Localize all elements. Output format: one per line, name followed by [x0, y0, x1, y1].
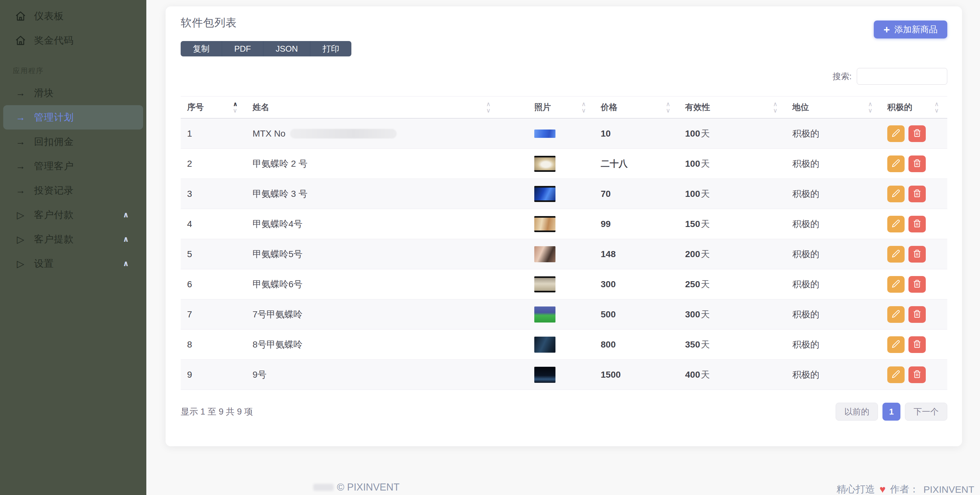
page-number-button[interactable]: 1 [883, 403, 900, 420]
sidebar-item[interactable]: →投资记录 [3, 178, 143, 203]
arrow-right-icon: → [14, 87, 27, 98]
edit-button[interactable] [887, 306, 905, 323]
arrow-right-icon: → [14, 160, 27, 171]
delete-button[interactable] [908, 336, 926, 353]
edit-button[interactable] [887, 125, 905, 142]
cell-price: 500 [594, 309, 679, 320]
play-outline-icon: ▷ [14, 258, 27, 269]
cell-photo [528, 186, 594, 202]
column-header[interactable]: 地位∧∨ [786, 101, 881, 114]
edit-button[interactable] [887, 216, 905, 232]
pencil-icon [892, 340, 900, 349]
pencil-icon [892, 370, 900, 379]
cell-photo [528, 156, 594, 172]
sort-asc-icon: ∧ [934, 101, 939, 107]
delete-button[interactable] [908, 246, 926, 263]
search-input[interactable] [857, 68, 947, 85]
footer-copyright: © PIXINVENT [313, 482, 399, 493]
cell-price: 二十八 [594, 158, 679, 170]
cell-price: 300 [594, 279, 679, 289]
delete-button[interactable] [908, 186, 926, 202]
validity-number: 100 [685, 189, 700, 199]
column-header[interactable]: 姓名∧∨ [246, 101, 528, 114]
validity-unit: 天 [701, 338, 710, 351]
add-product-button[interactable]: + 添加新商品 [874, 21, 947, 38]
cell-price: 70 [594, 189, 679, 199]
search-row: 搜索: [181, 68, 947, 85]
previous-page-button[interactable]: 以前的 [835, 403, 878, 420]
delete-button[interactable] [908, 216, 926, 232]
export-button[interactable]: 打印 [310, 41, 352, 56]
cell-status: 积极的 [786, 248, 881, 260]
sort-asc-icon: ∧ [666, 101, 670, 107]
cell-price: 148 [594, 249, 679, 259]
cell-price: 10 [594, 129, 679, 139]
validity-number: 400 [685, 370, 700, 380]
column-header[interactable]: 有效性∧∨ [679, 101, 786, 114]
sort-asc-icon: ∧ [773, 101, 778, 107]
cell-name: 甲氨蝶呤 3 号 [246, 188, 528, 200]
cell-name: 甲氨蝶呤5号 [246, 248, 528, 260]
column-header[interactable]: 价格∧∨ [594, 101, 679, 114]
trash-icon [913, 159, 921, 168]
column-header[interactable]: 照片∧∨ [528, 101, 594, 114]
product-name: 8号甲氨蝶呤 [253, 338, 302, 351]
edit-button[interactable] [887, 186, 905, 202]
footer-author-brand[interactable]: PIXINVENT [924, 484, 974, 495]
table-row: 99号1500400天积极的 [181, 360, 947, 390]
delete-button[interactable] [908, 366, 926, 383]
next-page-button[interactable]: 下一个 [905, 403, 947, 420]
cell-actions [881, 306, 947, 323]
sidebar-item[interactable]: ▷客户付款∧ [3, 203, 143, 227]
redacted-text-block [290, 129, 397, 138]
footer-author-label: 作者： [890, 483, 919, 495]
sidebar-item[interactable]: ▷客户提款∧ [3, 227, 143, 251]
edit-button[interactable] [887, 366, 905, 383]
column-header[interactable]: 序号∧∨ [181, 101, 246, 114]
export-button[interactable]: PDF [222, 41, 263, 56]
sidebar-item[interactable]: 奖金代码 [3, 28, 143, 52]
column-header-label: 姓名 [253, 102, 269, 113]
cell-photo [528, 306, 594, 322]
validity-number: 350 [685, 340, 700, 350]
cell-validity: 100天 [679, 128, 786, 140]
cell-serial: 1 [181, 129, 246, 139]
sidebar-item[interactable]: →管理计划 [3, 105, 143, 130]
sort-desc-icon: ∨ [666, 107, 670, 114]
delete-button[interactable] [908, 306, 926, 323]
table-header-row: 序号∧∨姓名∧∨照片∧∨价格∧∨有效性∧∨地位∧∨积极的∧∨ [181, 96, 947, 119]
delete-button[interactable] [908, 125, 926, 142]
sidebar-item-label: 投资记录 [34, 184, 74, 197]
sidebar-item[interactable]: →管理客户 [3, 154, 143, 178]
sidebar-item[interactable]: →回扣佣金 [3, 130, 143, 154]
trash-icon [913, 370, 921, 379]
cell-actions [881, 186, 947, 202]
table-row: 77号甲氨蝶呤500300天积极的 [181, 300, 947, 330]
cell-serial: 4 [181, 219, 246, 229]
cell-validity: 350天 [679, 338, 786, 351]
cell-photo [528, 130, 594, 138]
table-row: 1MTX No10100天积极的 [181, 119, 947, 149]
export-button[interactable]: 复制 [181, 41, 222, 56]
main-content: 软件包列表 复制PDFJSON打印 + 添加新商品 搜索: 序号∧∨姓名∧∨照片… [146, 0, 980, 495]
edit-button[interactable] [887, 336, 905, 353]
product-name: MTX No [253, 129, 286, 139]
footer-made-with: 精心打造 [837, 483, 875, 495]
sidebar-item[interactable]: ▷设置∧ [3, 251, 143, 276]
validity-number: 250 [685, 279, 700, 289]
product-photo [534, 186, 555, 202]
sidebar-item[interactable]: →滑块 [3, 81, 143, 105]
sidebar-item[interactable]: 仪表板 [3, 4, 143, 28]
sort-asc-icon: ∧ [868, 101, 872, 107]
edit-button[interactable] [887, 276, 905, 293]
column-header[interactable]: 积极的∧∨ [881, 101, 947, 114]
delete-button[interactable] [908, 276, 926, 293]
delete-button[interactable] [908, 155, 926, 172]
sort-icons: ∧∨ [934, 101, 939, 114]
edit-button[interactable] [887, 155, 905, 172]
table-footer: 显示 1 至 9 共 9 项 以前的 1 下一个 [181, 403, 947, 420]
product-photo [534, 276, 555, 292]
cell-actions [881, 276, 947, 293]
export-button[interactable]: JSON [263, 41, 310, 56]
edit-button[interactable] [887, 246, 905, 263]
